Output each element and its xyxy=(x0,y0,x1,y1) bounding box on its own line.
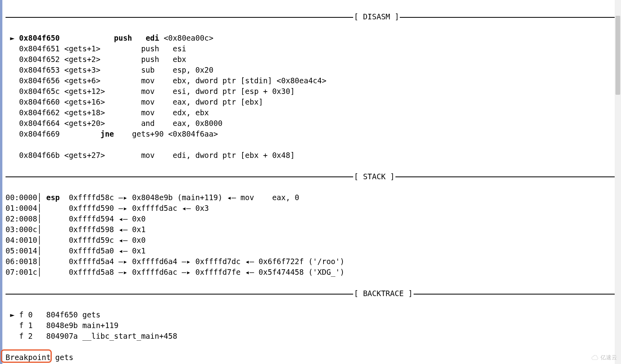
stack-row: 02:0008│ 0xffffd594 ◂— 0x0 xyxy=(6,214,618,224)
disasm-row: 0x804f660 <gets+16> mov eax, dword ptr [… xyxy=(6,97,618,107)
stack-row: 00:0000│ esp 0xffffd58c —▸ 0x8048e9b (ma… xyxy=(6,192,618,203)
watermark: 亿速云 xyxy=(591,354,617,362)
stack-row: 03:000c│ 0xffffd598 ◂— 0x1 xyxy=(6,224,618,235)
section-label-disasm: [ DISASM ] xyxy=(353,11,400,22)
disasm-row: 0x804f669 jne gets+90 <0x804f6aa> xyxy=(6,129,618,139)
stack-row: 07:001c│ 0xffffd5a8 —▸ 0xffffd6ac —▸ 0xf… xyxy=(6,267,618,278)
cloud-icon xyxy=(591,355,599,360)
disasm-row: 0x804f662 <gets+18> mov edx, ebx xyxy=(6,107,618,118)
disasm-row: 0x804f652 <gets+2> push ebx xyxy=(6,54,618,65)
breakpoint-msg: Breakpoint gets xyxy=(6,352,618,363)
disasm-row xyxy=(6,139,618,150)
disasm-row: 0x804f66b <gets+27> mov edi, dword ptr [… xyxy=(6,150,618,161)
disasm-row: 0x804f656 <gets+6> mov ebx, dword ptr [s… xyxy=(6,75,618,86)
section-label-stack: [ STACK ] xyxy=(353,171,395,182)
section-divider-disasm: [ DISASM ] xyxy=(6,11,618,22)
stack-row: 01:0004│ 0xffffd590 —▸ 0xffffd5ac ◂— 0x3 xyxy=(6,203,618,214)
disasm-row: ► 0x804f650 push edi <0x80ea00c> xyxy=(6,33,618,43)
scrollbar[interactable] xyxy=(615,0,621,364)
scrollbar-thumb[interactable] xyxy=(615,16,620,95)
backtrace-row: f 1 8048e9b main+119 xyxy=(6,320,618,331)
terminal-output[interactable]: [ DISASM ] ► 0x804f650 push edi <0x80ea0… xyxy=(0,0,621,364)
section-divider-stack: [ STACK ] xyxy=(6,171,618,182)
stack-row: 04:0010│ 0xffffd59c ◂— 0x0 xyxy=(6,235,618,246)
backtrace-row: f 2 804907a __libc_start_main+458 xyxy=(6,331,618,341)
disasm-row: 0x804f651 <gets+1> push esi xyxy=(6,43,618,54)
backtrace-row: ► f 0 804f650 gets xyxy=(6,310,618,320)
watermark-text: 亿速云 xyxy=(600,354,617,362)
stack-row: 05:0014│ 0xffffd5a0 ◂— 0x1 xyxy=(6,246,618,256)
section-divider-backtrace: [ BACKTRACE ] xyxy=(6,288,618,299)
disasm-row: 0x804f653 <gets+3> sub esp, 0x20 xyxy=(6,65,618,75)
disasm-row: 0x804f664 <gets+20> and eax, 0x8000 xyxy=(6,118,618,129)
stack-row: 06:0018│ 0xffffd5a4 —▸ 0xffffd6a4 —▸ 0xf… xyxy=(6,256,618,267)
disasm-row: 0x804f65c <gets+12> mov esi, dword ptr [… xyxy=(6,86,618,97)
section-label-backtrace: [ BACKTRACE ] xyxy=(353,288,414,299)
